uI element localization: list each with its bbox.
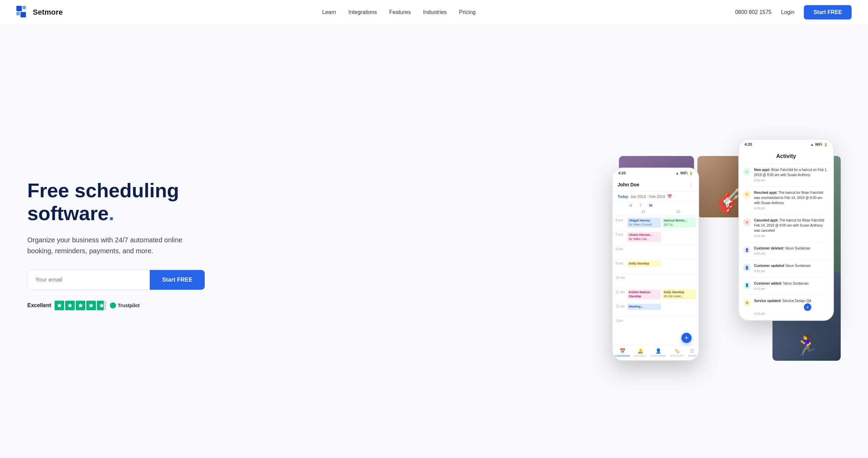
nav-cta-button[interactable]: Start FREE — [804, 5, 852, 19]
hero-title: Free scheduling software. — [27, 179, 205, 225]
cal-nav-customer[interactable]: 👤 CUSTOMER — [651, 348, 666, 357]
cal-nav-more[interactable]: ☰ MORE — [688, 348, 696, 357]
star-1 — [55, 301, 64, 310]
svg-rect-2 — [16, 12, 20, 15]
nav-links: Learn Integrations Features Industries P… — [322, 9, 476, 15]
cal-days-header: M T W — [613, 202, 698, 209]
brand-name: Setmore — [33, 8, 63, 17]
cal-bottom-nav: 📅 CALENDAR 🔔 ACTIVITY 👤 CUSTOMER 🏷️ ACCO… — [613, 345, 698, 360]
svg-rect-0 — [16, 6, 22, 11]
phone-number: 0800 802 1575 — [735, 9, 771, 15]
nav-link-integrations[interactable]: Integrations — [348, 9, 377, 15]
navigation: Setmore Learn Integrations Features Indu… — [0, 0, 868, 25]
cal-header: John Doe ⋮ — [613, 178, 698, 191]
nav-link-industries[interactable]: Industries — [423, 9, 447, 15]
hero-subtitle: Organize your business with 24/7 automat… — [27, 234, 184, 256]
hero-title-line1: Free scheduling — [27, 179, 179, 201]
svg-rect-3 — [20, 12, 26, 17]
star-2 — [65, 301, 75, 310]
act-header: Activity — [739, 149, 833, 164]
svg-rect-1 — [23, 6, 26, 9]
hero-form: Start FREE — [27, 270, 205, 290]
act-item-added: 👤 Customer added: Varun Surdarsan 4:32 p… — [743, 277, 829, 295]
cal-nav-account[interactable]: 🏷️ ACCOUNT — [670, 348, 684, 357]
calendar-phone-mockup: 4:20 ▲ WiFi 🔋 John Doe ⋮ Today Jan 2019 … — [612, 168, 699, 361]
activity-phone-mockup: 4:20 ▲ WiFi 🔋 Activity ✓ New appt: Brian… — [738, 139, 834, 321]
nav-link-features[interactable]: Features — [389, 9, 411, 15]
star-5-half — [97, 301, 106, 310]
trustpilot-section: Excellent Trustpi — [27, 301, 205, 310]
trustpilot-logo-icon — [110, 302, 116, 309]
trustpilot-label: Excellent — [27, 302, 51, 309]
cal-fab-button[interactable]: + — [681, 333, 692, 343]
cal-status-bar: 4:20 ▲ WiFi 🔋 — [613, 168, 698, 178]
hero-title-dot: . — [109, 202, 114, 224]
act-item-updated: 👤 Customer updated Varun Surdarsan 4:32 … — [743, 260, 829, 277]
cal-nav-activity[interactable]: 🔔 ACTIVITY — [634, 348, 646, 357]
act-item-new-appt: ✓ New appt: Brian Fairchild for a haircu… — [743, 164, 829, 187]
act-item-resched: ↻ Resched appt: The haircut for Brian Fa… — [743, 187, 829, 215]
login-link[interactable]: Login — [781, 9, 794, 15]
hero-title-line2: software — [27, 202, 109, 224]
nav-link-pricing[interactable]: Pricing — [459, 9, 476, 15]
email-input[interactable] — [27, 270, 150, 290]
act-add-btn[interactable]: + — [804, 303, 811, 311]
cal-nav-calendar[interactable]: 📅 CALENDAR — [615, 348, 630, 357]
trustpilot-stars — [55, 301, 106, 310]
nav-link-learn[interactable]: Learn — [322, 9, 336, 15]
logo-link[interactable]: Setmore — [16, 6, 63, 19]
act-list: ✓ New appt: Brian Fairchild for a haircu… — [739, 164, 833, 320]
star-3 — [76, 301, 85, 310]
hero-cta-button[interactable]: Start FREE — [150, 270, 205, 290]
trustpilot-brand: Trustpilot — [110, 302, 140, 309]
act-item-service: ⚙ Service updated: Service Design QA + 4… — [743, 295, 829, 320]
nav-right: 0800 802 1575 Login Start FREE — [735, 5, 852, 19]
cal-date-row: Today Jan 2019 - Feb 2019 📅 — [613, 191, 698, 202]
setmore-logo-icon — [16, 6, 29, 19]
star-4 — [86, 301, 96, 310]
cal-timeslots: 6 am Abigail HarveyDr Video Consult Hair… — [613, 216, 698, 331]
hero-content: Free scheduling software. Organize your … — [27, 179, 205, 310]
hero-visuals: 🎸 👁 🏃‍♀️ 4:20 ▲ WiFi 🔋 John Doe ⋮ — [602, 129, 841, 361]
act-item-canceled: ✕ Canceled appt: The haircut for Brian F… — [743, 214, 829, 242]
act-status-bar: 4:20 ▲ WiFi 🔋 — [739, 140, 833, 149]
act-item-deleted: 👤 Customer deleted: Varun Surdarsan 4:32… — [743, 242, 829, 260]
hero-section: Free scheduling software. Organize your … — [0, 25, 868, 458]
trustpilot-brand-name: Trustpilot — [118, 303, 140, 308]
